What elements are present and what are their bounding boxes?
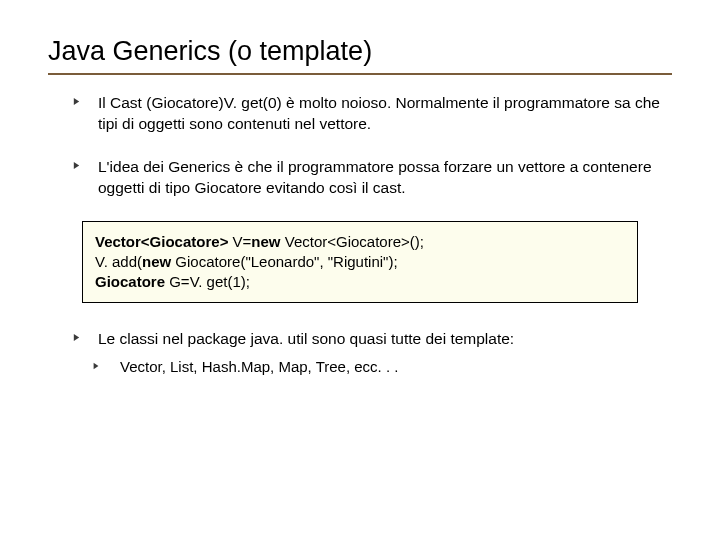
bullet-item: Le classi nel package java. util sono qu… [72,329,672,350]
bullet-text: Il Cast (Giocatore)V. get(0) è molto noi… [98,93,672,135]
svg-marker-0 [74,98,79,105]
svg-marker-3 [94,363,99,369]
svg-marker-1 [74,162,79,169]
code-line: Giocatore G=V. get(1); [95,272,625,292]
chevron-right-icon [92,362,106,370]
code-line: Vector<Giocatore> V=new Vector<Giocatore… [95,232,625,252]
sub-bullet-item: Vector, List, Hash.Map, Map, Tree, ecc. … [92,358,672,375]
code-box: Vector<Giocatore> V=new Vector<Giocatore… [82,221,638,304]
chevron-right-icon [72,333,86,342]
title-rule [48,73,672,75]
sub-bullet-text: Vector, List, Hash.Map, Map, Tree, ecc. … [120,358,398,375]
svg-marker-2 [74,334,79,341]
slide-title: Java Generics (o template) [48,36,672,67]
bullet-item: L'idea dei Generics è che il programmato… [72,157,672,199]
bullet-text: Le classi nel package java. util sono qu… [98,329,672,350]
bullet-text: L'idea dei Generics è che il programmato… [98,157,672,199]
chevron-right-icon [72,97,86,106]
chevron-right-icon [72,161,86,170]
bullet-item: Il Cast (Giocatore)V. get(0) è molto noi… [72,93,672,135]
code-line: V. add(new Giocatore("Leonardo", "Riguti… [95,252,625,272]
